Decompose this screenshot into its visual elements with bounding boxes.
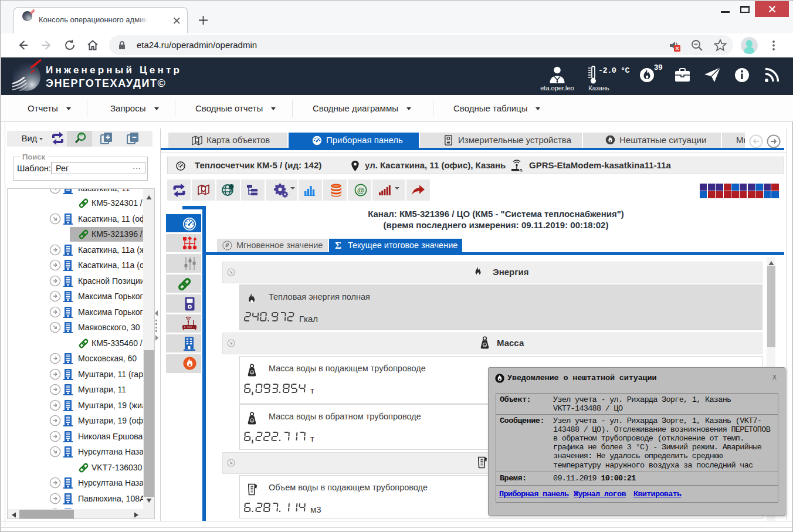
svg-text:kg: kg: [250, 419, 253, 422]
svg-text:kg: kg: [250, 371, 253, 374]
svg-text:@: @: [357, 186, 365, 195]
svg-text:kg: kg: [483, 344, 486, 347]
